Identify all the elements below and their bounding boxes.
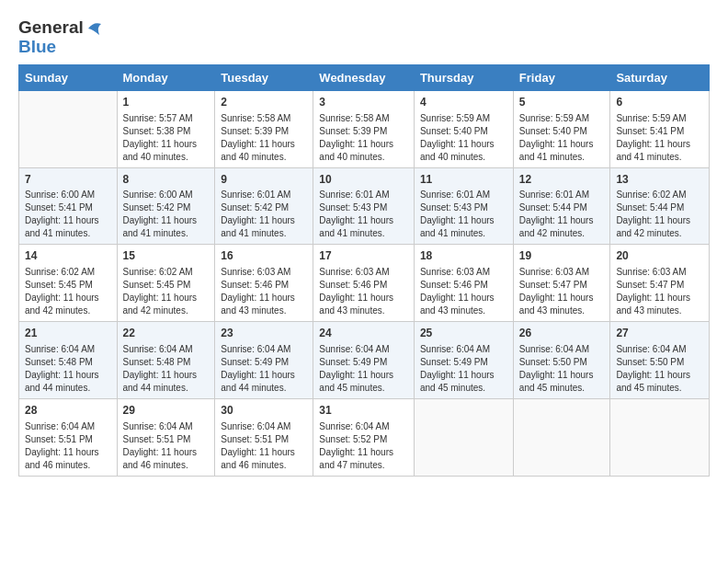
day-info: Sunrise: 6:04 AM Sunset: 5:52 PM Dayligh… — [319, 420, 408, 472]
day-number: 25 — [420, 326, 507, 341]
day-number: 6 — [616, 95, 703, 110]
calendar-header: SundayMondayTuesdayWednesdayThursdayFrid… — [19, 64, 710, 90]
day-info: Sunrise: 6:04 AM Sunset: 5:51 PM Dayligh… — [221, 420, 307, 472]
day-info: Sunrise: 6:04 AM Sunset: 5:48 PM Dayligh… — [123, 343, 210, 395]
header-sunday: Sunday — [19, 64, 118, 90]
day-info: Sunrise: 6:00 AM Sunset: 5:42 PM Dayligh… — [123, 189, 210, 240]
calendar-cell: 27Sunrise: 6:04 AM Sunset: 5:50 PM Dayli… — [610, 322, 710, 399]
calendar-cell: 21Sunrise: 6:04 AM Sunset: 5:48 PM Dayli… — [19, 322, 118, 399]
calendar-cell: 26Sunrise: 6:04 AM Sunset: 5:50 PM Dayli… — [513, 322, 610, 399]
week-row-1: 1Sunrise: 5:57 AM Sunset: 5:38 PM Daylig… — [19, 90, 710, 167]
calendar-body: 1Sunrise: 5:57 AM Sunset: 5:38 PM Daylig… — [19, 90, 710, 476]
calendar-cell: 10Sunrise: 6:01 AM Sunset: 5:43 PM Dayli… — [313, 167, 415, 245]
day-number: 2 — [221, 95, 307, 110]
calendar-cell: 22Sunrise: 6:04 AM Sunset: 5:48 PM Dayli… — [117, 322, 215, 399]
day-info: Sunrise: 5:57 AM Sunset: 5:38 PM Dayligh… — [123, 112, 210, 164]
calendar-cell: 20Sunrise: 6:03 AM Sunset: 5:47 PM Dayli… — [610, 245, 710, 322]
calendar-cell: 18Sunrise: 6:03 AM Sunset: 5:46 PM Dayli… — [414, 245, 513, 322]
day-number: 24 — [319, 326, 408, 341]
calendar-cell: 14Sunrise: 6:02 AM Sunset: 5:45 PM Dayli… — [19, 245, 118, 322]
day-info: Sunrise: 6:04 AM Sunset: 5:50 PM Dayligh… — [616, 343, 703, 395]
calendar-cell: 24Sunrise: 6:04 AM Sunset: 5:49 PM Dayli… — [313, 322, 415, 399]
day-number: 19 — [519, 248, 605, 264]
calendar-cell: 15Sunrise: 6:02 AM Sunset: 5:45 PM Dayli… — [117, 245, 215, 322]
calendar-cell: 16Sunrise: 6:03 AM Sunset: 5:46 PM Dayli… — [215, 245, 313, 322]
calendar-cell: 6Sunrise: 5:59 AM Sunset: 5:41 PM Daylig… — [610, 90, 710, 167]
calendar-cell — [610, 398, 710, 476]
week-row-2: 7Sunrise: 6:00 AM Sunset: 5:41 PM Daylig… — [19, 167, 710, 245]
day-number: 11 — [420, 172, 507, 188]
day-number: 1 — [123, 95, 210, 110]
day-info: Sunrise: 6:04 AM Sunset: 5:51 PM Dayligh… — [25, 420, 111, 472]
week-row-5: 28Sunrise: 6:04 AM Sunset: 5:51 PM Dayli… — [19, 398, 710, 476]
day-number: 28 — [25, 403, 111, 419]
calendar-cell: 12Sunrise: 6:01 AM Sunset: 5:44 PM Dayli… — [513, 167, 610, 245]
calendar-cell: 3Sunrise: 5:58 AM Sunset: 5:39 PM Daylig… — [313, 90, 415, 167]
calendar-cell: 5Sunrise: 5:59 AM Sunset: 5:40 PM Daylig… — [513, 90, 610, 167]
day-number: 20 — [616, 248, 703, 264]
week-row-3: 14Sunrise: 6:02 AM Sunset: 5:45 PM Dayli… — [19, 245, 710, 322]
day-info: Sunrise: 6:03 AM Sunset: 5:46 PM Dayligh… — [420, 266, 507, 317]
calendar-cell — [19, 90, 118, 167]
day-number: 7 — [25, 172, 111, 188]
day-info: Sunrise: 6:01 AM Sunset: 5:44 PM Dayligh… — [519, 189, 605, 240]
day-info: Sunrise: 6:02 AM Sunset: 5:44 PM Dayligh… — [616, 189, 703, 240]
day-info: Sunrise: 6:04 AM Sunset: 5:48 PM Dayligh… — [25, 343, 111, 395]
day-number: 18 — [420, 248, 507, 264]
day-number: 21 — [25, 326, 111, 341]
calendar-cell: 17Sunrise: 6:03 AM Sunset: 5:46 PM Dayli… — [313, 245, 415, 322]
day-info: Sunrise: 6:02 AM Sunset: 5:45 PM Dayligh… — [123, 266, 210, 317]
logo-bird-icon — [85, 20, 103, 37]
day-info: Sunrise: 6:03 AM Sunset: 5:46 PM Dayligh… — [319, 266, 408, 317]
day-info: Sunrise: 6:04 AM Sunset: 5:49 PM Dayligh… — [221, 343, 307, 395]
calendar-cell: 4Sunrise: 5:59 AM Sunset: 5:40 PM Daylig… — [414, 90, 513, 167]
day-info: Sunrise: 5:58 AM Sunset: 5:39 PM Dayligh… — [221, 112, 307, 164]
calendar-cell: 13Sunrise: 6:02 AM Sunset: 5:44 PM Dayli… — [610, 167, 710, 245]
day-number: 3 — [319, 95, 408, 110]
calendar-cell: 25Sunrise: 6:04 AM Sunset: 5:49 PM Dayli… — [414, 322, 513, 399]
calendar-table: SundayMondayTuesdayWednesdayThursdayFrid… — [18, 64, 710, 477]
calendar-cell: 31Sunrise: 6:04 AM Sunset: 5:52 PM Dayli… — [313, 398, 415, 476]
logo-blue-label: Blue — [18, 38, 103, 57]
logo: General Blue — [18, 18, 103, 57]
calendar-cell: 28Sunrise: 6:04 AM Sunset: 5:51 PM Dayli… — [19, 398, 118, 476]
header-row: SundayMondayTuesdayWednesdayThursdayFrid… — [19, 64, 710, 90]
day-info: Sunrise: 5:59 AM Sunset: 5:40 PM Dayligh… — [420, 112, 507, 164]
day-number: 8 — [123, 172, 210, 188]
day-info: Sunrise: 6:03 AM Sunset: 5:47 PM Dayligh… — [616, 266, 703, 317]
day-number: 16 — [221, 248, 307, 264]
day-info: Sunrise: 5:58 AM Sunset: 5:39 PM Dayligh… — [319, 112, 408, 164]
day-number: 17 — [319, 248, 408, 264]
day-info: Sunrise: 5:59 AM Sunset: 5:40 PM Dayligh… — [519, 112, 605, 164]
day-number: 12 — [519, 172, 605, 188]
day-number: 22 — [123, 326, 210, 341]
calendar-cell: 23Sunrise: 6:04 AM Sunset: 5:49 PM Dayli… — [215, 322, 313, 399]
day-info: Sunrise: 6:03 AM Sunset: 5:47 PM Dayligh… — [519, 266, 605, 317]
page-container: General Blue SundayMondayTuesdayWednesda… — [18, 18, 710, 477]
calendar-cell — [513, 398, 610, 476]
day-info: Sunrise: 5:59 AM Sunset: 5:41 PM Dayligh… — [616, 112, 703, 164]
day-info: Sunrise: 6:01 AM Sunset: 5:43 PM Dayligh… — [319, 189, 408, 240]
calendar-cell: 11Sunrise: 6:01 AM Sunset: 5:43 PM Dayli… — [414, 167, 513, 245]
day-number: 29 — [123, 403, 210, 419]
day-info: Sunrise: 6:02 AM Sunset: 5:45 PM Dayligh… — [25, 266, 111, 317]
calendar-cell: 30Sunrise: 6:04 AM Sunset: 5:51 PM Dayli… — [215, 398, 313, 476]
day-info: Sunrise: 6:04 AM Sunset: 5:49 PM Dayligh… — [420, 343, 507, 395]
day-number: 4 — [420, 95, 507, 110]
day-info: Sunrise: 6:00 AM Sunset: 5:41 PM Dayligh… — [25, 189, 111, 240]
day-info: Sunrise: 6:03 AM Sunset: 5:46 PM Dayligh… — [221, 266, 307, 317]
day-info: Sunrise: 6:04 AM Sunset: 5:51 PM Dayligh… — [123, 420, 210, 472]
day-info: Sunrise: 6:04 AM Sunset: 5:49 PM Dayligh… — [319, 343, 408, 395]
header: General Blue — [18, 18, 710, 57]
day-info: Sunrise: 6:01 AM Sunset: 5:43 PM Dayligh… — [420, 189, 507, 240]
day-number: 27 — [616, 326, 703, 341]
day-number: 14 — [25, 248, 111, 264]
day-info: Sunrise: 6:04 AM Sunset: 5:50 PM Dayligh… — [519, 343, 605, 395]
logo-general-label: General — [18, 18, 84, 38]
header-wednesday: Wednesday — [313, 64, 415, 90]
header-friday: Friday — [513, 64, 610, 90]
calendar-cell: 8Sunrise: 6:00 AM Sunset: 5:42 PM Daylig… — [117, 167, 215, 245]
header-monday: Monday — [117, 64, 215, 90]
day-number: 30 — [221, 403, 307, 419]
header-thursday: Thursday — [414, 64, 513, 90]
